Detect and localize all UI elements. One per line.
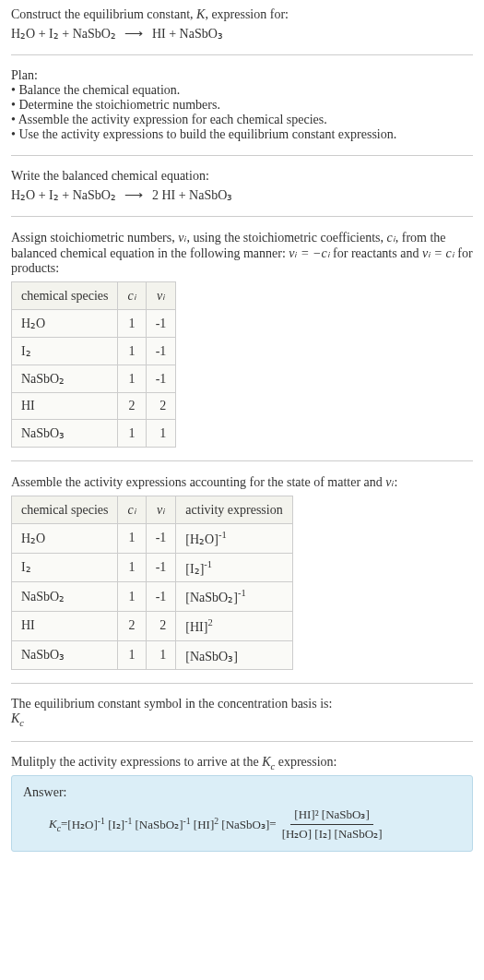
text: Assign stoichiometric numbers, [11,231,178,245]
cell-species: HI [12,611,118,640]
cell-ci: 2 [118,393,146,420]
text: for reactants and [330,246,422,260]
term: [I₂]-1 [108,816,132,832]
table-header-row: chemical species cᵢ νᵢ activity expressi… [12,496,293,524]
cell-species: H₂O [12,524,118,554]
activity-intro: Assemble the activity expressions accoun… [11,474,473,490]
table-header-row: chemical species cᵢ νᵢ [12,282,176,310]
col-species: chemical species [12,282,118,310]
cell-nui: 2 [146,393,176,420]
equation-lhs: H₂O + I₂ + NaSbO₂ [11,27,116,41]
cell-expr: [I₂]-1 [176,553,292,582]
fraction-numerator: [HI]² [NaSbO₃] [290,807,372,825]
cell-expr: [NaSbO₂]-1 [176,582,292,612]
cell-species: NaSbO₂ [12,365,118,393]
col-ci: cᵢ [118,496,146,524]
c-sub: c [19,718,24,728]
term-base: [H₂O] [67,819,97,832]
kc-expression: Kc = [H₂O]-1 [I₂]-1 [NaSbO₂]-1 [HI]2 [Na… [23,807,461,842]
cell-species: NaSbO₂ [12,582,118,612]
table-row: I₂1-1 [12,338,176,365]
term-exp: -1 [183,816,190,826]
table-row: HI22 [12,393,176,420]
equals: = [269,817,276,831]
table-row: I₂1-1[I₂]-1 [12,553,293,582]
cell-ci: 1 [118,365,146,393]
cell-expr: [NaSbO₃] [176,640,292,670]
fraction-denominator: [H₂O] [I₂] [NaSbO₂] [278,825,386,842]
divider [11,54,473,55]
col-nui: νᵢ [146,282,176,310]
term-exp: -1 [124,816,132,826]
expr-exp: 2 [207,617,212,627]
cell-species: HI [12,393,118,420]
term: [NaSbO₂]-1 [136,816,191,832]
expr-base: [HI] [185,620,207,634]
table-row: NaSbO₂1-1 [12,365,176,393]
cell-expr: [HI]2 [176,611,292,640]
term-exp: 2 [214,816,218,826]
cell-nui: -1 [146,338,176,365]
term-base: [I₂] [108,819,124,832]
cell-ci: 1 [118,582,146,612]
cell-ci: 1 [118,553,146,582]
expr-exp: -1 [238,588,246,598]
table-row: H₂O1-1 [12,310,176,338]
divider [11,155,473,156]
multiply-section: Mulitply the activity expressions to arr… [11,755,473,771]
stoich-intro: Assign stoichiometric numbers, νᵢ, using… [11,230,473,276]
text: expression: [275,755,336,769]
stoich-section: Assign stoichiometric numbers, νᵢ, using… [11,230,473,448]
answer-box: Answer: Kc = [H₂O]-1 [I₂]-1 [NaSbO₂]-1 [… [11,775,473,852]
text: : [395,475,398,489]
balanced-equation: H₂O + I₂ + NaSbO₂ ⟶ 2 HI + NaSbO₃ [11,187,473,203]
col-nui: νᵢ [146,496,176,524]
intro-prefix: Construct the equilibrium constant, [11,7,196,21]
cell-ci: 1 [118,310,146,338]
table-row: NaSbO₃11 [12,420,176,448]
cell-expr: [H₂O]-1 [176,524,292,554]
expr-exp: -1 [218,530,227,540]
expr-base: [NaSbO₃] [185,649,238,663]
plan-item: Determine the stoichiometric numbers. [11,98,473,113]
text: Assemble the activity expressions accoun… [11,475,385,489]
table-row: HI22[HI]2 [12,611,293,640]
nu-i: νᵢ [385,475,394,489]
fraction: [HI]² [NaSbO₃] [H₂O] [I₂] [NaSbO₂] [278,807,386,842]
term-base: [NaSbO₂] [136,819,183,832]
plan-title: Plan: [11,68,473,83]
term: [H₂O]-1 [67,816,105,832]
table-row: H₂O1-1[H₂O]-1 [12,524,293,554]
cell-species: NaSbO₃ [12,420,118,448]
term-base: [HI] [194,819,214,832]
expr-base: [I₂] [185,561,204,575]
balanced-section: Write the balanced chemical equation: H₂… [11,169,473,203]
intro-K: K [196,7,205,21]
kc-symbol-section: The equilibrium constant symbol in the c… [11,697,473,728]
col-expr: activity expression [176,496,292,524]
cell-ci: 1 [118,338,146,365]
activity-section: Assemble the activity expressions accoun… [11,474,473,670]
cell-species: NaSbO₃ [12,640,118,670]
kc-symbol: Kc [11,711,473,728]
unbalanced-equation: H₂O + I₂ + NaSbO₂ ⟶ HI + NaSbO₃ [11,26,473,42]
plan-item: Assemble the activity expression for eac… [11,113,473,127]
stoich-table: chemical species cᵢ νᵢ H₂O1-1 I₂1-1 NaSb… [11,281,176,448]
cell-nui: -1 [146,310,176,338]
cell-species: I₂ [12,338,118,365]
term-exp: -1 [98,816,105,826]
cell-ci: 1 [118,420,146,448]
table-row: NaSbO₂1-1[NaSbO₂]-1 [12,582,293,612]
K: K [262,755,270,769]
table-row: NaSbO₃11[NaSbO₃] [12,640,293,670]
divider [11,216,473,217]
activity-table: chemical species cᵢ νᵢ activity expressi… [11,496,293,670]
col-ci: cᵢ [118,282,146,310]
relation-reactants: νᵢ = −cᵢ [289,246,329,260]
answer-label: Answer: [23,785,461,800]
expr-base: [NaSbO₂] [185,591,238,604]
reaction-arrow-icon: ⟶ [124,26,143,42]
cell-nui: -1 [146,582,176,612]
intro-suffix: , expression for: [205,7,289,21]
plan-item: Use the activity expressions to build th… [11,127,473,142]
